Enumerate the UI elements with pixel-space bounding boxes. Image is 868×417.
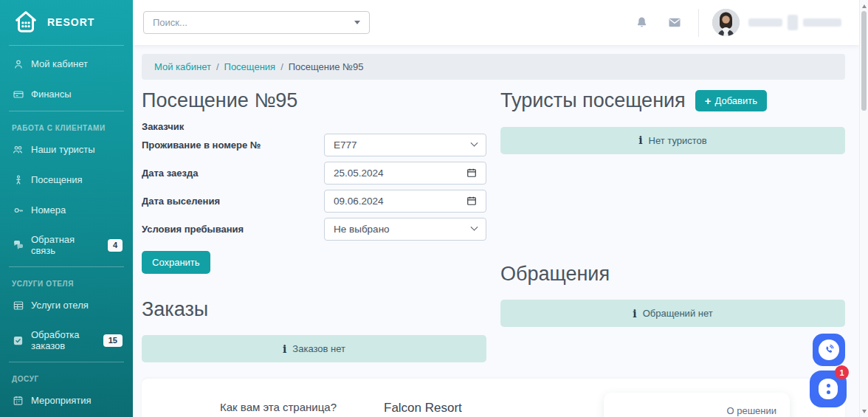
sidebar-item-label: Мероприятия [31, 395, 92, 406]
scrollbar[interactable] [859, 0, 868, 417]
house-icon [12, 8, 40, 36]
add-tourist-button[interactable]: + Добавить [695, 90, 767, 111]
visit-form-panel: Посещение №95 Заказчик Проживание в номе… [142, 90, 486, 362]
search-dropdown[interactable]: Поиск... [143, 11, 370, 34]
checkin-date-label: Дата заезда [142, 168, 198, 179]
info-icon: i [633, 308, 636, 320]
info-icon: i [283, 343, 286, 355]
room-select[interactable]: E777 [324, 134, 486, 156]
page-rating-question: Как вам эта страница? [208, 401, 348, 413]
user-name-redacted[interactable] [748, 15, 841, 30]
phone-icon [819, 340, 839, 360]
breadcrumb-separator: / [280, 61, 283, 72]
about-solution-link[interactable]: О решении [726, 405, 776, 416]
chevron-down-icon [471, 223, 478, 230]
chat-unread-badge: 1 [835, 365, 849, 379]
room-field-label: Проживание в номере № [142, 139, 261, 151]
orders-icon [12, 334, 24, 347]
scroll-up-arrow[interactable] [860, 1, 868, 10]
topbar: Поиск... [133, 0, 859, 45]
sidebar-item-label: Обработка заказов [31, 329, 97, 351]
sidebar-item-label: Финансы [31, 89, 72, 100]
sidebar-divider [9, 266, 124, 267]
tourists-panel: Туристы посещения + Добавить i Нет турис… [500, 90, 845, 362]
save-button[interactable]: Сохранить [142, 251, 210, 274]
calendar-icon [12, 394, 24, 407]
search-placeholder: Поиск... [153, 17, 187, 28]
feedback-icon [12, 239, 24, 252]
tourists-icon [12, 143, 24, 156]
feedback-count-badge: 4 [108, 239, 123, 252]
sidebar-divider [9, 362, 124, 362]
sidebar-item-our-tourists[interactable]: Наши туристы [0, 134, 133, 165]
chevron-down-icon [471, 139, 478, 146]
user-icon [12, 58, 24, 70]
checkout-date-label: Дата выселения [142, 196, 220, 207]
orders-heading: Заказы [142, 299, 486, 321]
visits-icon [12, 173, 24, 186]
requests-heading: Обращения [500, 263, 845, 286]
tourists-empty-alert: i Нет туристов [500, 127, 845, 154]
sidebar-item-finances[interactable]: Финансы [0, 79, 133, 109]
sidebar-item-order-processing[interactable]: Обработка заказов 15 [0, 320, 133, 360]
topbar-divider [698, 9, 699, 37]
sidebar-item-my-office[interactable]: Мой кабинет [0, 49, 133, 79]
info-icon: i [638, 134, 642, 146]
sidebar-item-feedback[interactable]: Обратная связь 4 [0, 225, 133, 265]
key-icon [12, 204, 24, 216]
stay-conditions-select[interactable]: Не выбрано [324, 218, 486, 241]
stay-conditions-label: Условия пребывания [142, 224, 244, 235]
scroll-down-arrow[interactable] [860, 407, 868, 416]
bell-icon[interactable] [635, 15, 650, 30]
orders-count-badge: 15 [103, 334, 123, 347]
customer-label: Заказчик [142, 121, 486, 132]
sidebar: RESORT Мой кабинет Финансы РАБОТА С КЛИЕ… [0, 0, 133, 417]
avatar[interactable] [712, 9, 740, 36]
main-content: Мой кабинет / Посещения / Посещение №95 … [133, 45, 859, 417]
chat-widget-panel: О решении [604, 393, 790, 417]
checkin-date-input[interactable]: 25.05.2024 [324, 162, 486, 185]
sidebar-section-leisure: ДОСУГ [0, 365, 133, 385]
sidebar-item-label: Наши туристы [31, 144, 95, 155]
chat-dots-icon [819, 379, 838, 399]
scrollbar-thumb[interactable] [861, 11, 867, 111]
breadcrumb: Мой кабинет / Посещения / Посещение №95 [142, 54, 845, 80]
finance-icon [12, 88, 24, 100]
plus-icon: + [705, 95, 712, 106]
breadcrumb-separator: / [216, 61, 219, 72]
checkout-date-input[interactable]: 09.06.2024 [324, 190, 486, 213]
sidebar-item-rooms[interactable]: Номера [0, 195, 133, 225]
sidebar-item-label: Мой кабинет [31, 58, 88, 69]
sidebar-divider [9, 45, 124, 46]
footer-brand: Falcon Resort [384, 401, 537, 416]
sidebar-divider [9, 111, 124, 111]
sidebar-item-label: Обратная связь [31, 234, 101, 256]
sidebar-item-label: Посещения [31, 174, 83, 185]
breadcrumb-link-visits[interactable]: Посещения [224, 61, 276, 72]
sidebar-section-clients: РАБОТА С КЛИЕНТАМИ [0, 114, 133, 134]
sidebar-item-label: Номера [31, 204, 66, 216]
services-icon [12, 299, 24, 311]
requests-empty-alert: i Обращений нет [500, 300, 845, 327]
breadcrumb-current: Посещение №95 [289, 61, 364, 72]
call-widget-button[interactable] [813, 334, 845, 366]
sidebar-item-events[interactable]: Мероприятия [0, 385, 133, 416]
calendar-icon[interactable] [466, 168, 477, 178]
brand-logo[interactable]: RESORT [0, 0, 133, 44]
sidebar-item-hotel-services[interactable]: Услуги отеля [0, 290, 133, 320]
brand-name: RESORT [47, 16, 94, 28]
calendar-icon[interactable] [466, 196, 477, 206]
chevron-down-icon [354, 21, 360, 24]
sidebar-item-visits[interactable]: Посещения [0, 165, 133, 195]
breadcrumb-link-my-office[interactable]: Мой кабинет [154, 61, 211, 72]
sidebar-section-hotel-services: УСЛУГИ ОТЕЛЯ [0, 270, 133, 290]
orders-empty-alert: i Заказов нет [142, 335, 486, 362]
tourists-heading: Туристы посещения [500, 90, 686, 112]
page-title: Посещение №95 [142, 90, 486, 112]
sidebar-item-label: Услуги отеля [31, 300, 89, 311]
envelope-icon[interactable] [667, 15, 682, 30]
